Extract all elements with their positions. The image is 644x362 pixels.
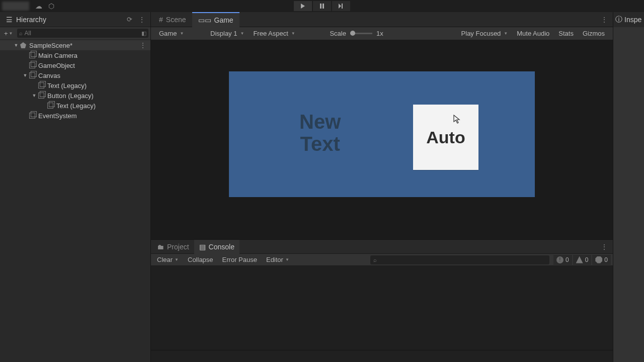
- tree-item-main-camera[interactable]: Main Camera: [0, 50, 150, 60]
- playback-controls: [294, 0, 350, 12]
- svg-rect-4: [342, 4, 343, 9]
- play-focused-dropdown[interactable]: Play Focused ▼: [457, 28, 512, 39]
- unity-scene-icon: [19, 41, 27, 49]
- console-icon: ▤: [199, 243, 206, 251]
- console-toolbar: Clear ▼ Collapse Error Pause Editor ▼ ⌕ …: [151, 254, 613, 266]
- gameobject-icon: [37, 92, 45, 100]
- error-pause-toggle[interactable]: Error Pause: [218, 255, 261, 265]
- display-dropdown[interactable]: Display 1 ▼: [206, 28, 248, 39]
- lock-icon[interactable]: ⟳: [127, 16, 132, 24]
- tree-item-eventsystem[interactable]: EventSystem: [0, 111, 150, 121]
- collapse-toggle[interactable]: Collapse: [184, 255, 217, 265]
- expand-arrow-icon[interactable]: ▼: [13, 43, 19, 48]
- panel-menu-icon[interactable]: ⋮: [599, 16, 610, 24]
- search-icon: ⌕: [19, 30, 23, 36]
- aspect-dropdown[interactable]: Free Aspect ▼: [249, 28, 325, 39]
- chevron-down-icon: ▼: [180, 31, 184, 36]
- game-tab[interactable]: ▭▭ Game: [192, 12, 239, 27]
- status-bar: [151, 350, 613, 362]
- create-button[interactable]: + ▼: [2, 30, 15, 37]
- warning-count[interactable]: 0: [573, 255, 592, 265]
- gameobject-icon: [28, 51, 36, 59]
- step-button[interactable]: [332, 1, 350, 11]
- info-icon: ⓘ: [615, 15, 622, 24]
- ui-button[interactable]: Auto: [413, 105, 478, 170]
- chevron-down-icon: ▼: [9, 31, 13, 36]
- error-icon: [595, 256, 602, 263]
- hierarchy-icon: ☰: [6, 16, 13, 24]
- chevron-down-icon: ▼: [285, 257, 289, 262]
- game-mode-dropdown[interactable]: Game ▼: [155, 28, 205, 39]
- clear-button[interactable]: Clear ▼: [153, 255, 183, 265]
- scene-root[interactable]: ▼ SampleScene* ⋮: [0, 40, 150, 50]
- tree-item-gameobject[interactable]: GameObject: [0, 60, 150, 70]
- inspector-tab[interactable]: ⓘ Inspe: [615, 15, 641, 24]
- titlebar-menu-blur: [2, 2, 29, 11]
- gameobject-icon: [46, 102, 54, 110]
- editor-dropdown[interactable]: Editor ▼: [262, 255, 293, 265]
- search-icon: ⌕: [373, 257, 377, 263]
- folder-icon: 🖿: [157, 243, 164, 251]
- chevron-down-icon: ▼: [175, 257, 179, 262]
- info-icon: !: [556, 256, 564, 263]
- svg-marker-0: [301, 4, 305, 9]
- hierarchy-title: Hierarchy: [16, 16, 46, 24]
- package-icon[interactable]: ⬡: [48, 2, 54, 10]
- search-expand-icon[interactable]: ◧: [141, 30, 146, 37]
- ui-text-label: New Text: [299, 111, 341, 155]
- cloud-icon[interactable]: ☁: [35, 2, 42, 10]
- console-tab[interactable]: ▤ Console: [194, 240, 239, 254]
- scene-menu-icon[interactable]: ⋮: [139, 41, 146, 49]
- console-search[interactable]: ⌕: [370, 255, 549, 264]
- expand-arrow-icon[interactable]: ▼: [31, 93, 37, 98]
- search-input[interactable]: [25, 30, 139, 37]
- scene-tab[interactable]: # Scene: [153, 12, 192, 27]
- game-icon: ▭▭: [198, 16, 211, 24]
- error-count[interactable]: 0: [592, 255, 611, 265]
- scale-slider[interactable]: [350, 33, 372, 34]
- gameobject-icon: [28, 112, 36, 120]
- gameobject-icon: [28, 71, 36, 79]
- chevron-down-icon: ▼: [240, 31, 244, 36]
- game-view[interactable]: New Text Auto: [151, 40, 613, 239]
- mute-audio-toggle[interactable]: Mute Audio: [513, 30, 553, 37]
- tree-item-canvas[interactable]: ▼ Canvas: [0, 70, 150, 80]
- gameobject-icon: [28, 61, 36, 69]
- titlebar: ☁ ⬡: [0, 0, 644, 12]
- gameobject-icon: [37, 81, 45, 89]
- stats-toggle[interactable]: Stats: [554, 30, 578, 37]
- scene-icon: #: [159, 16, 163, 24]
- tree-item-text-legacy[interactable]: Text (Legacy): [0, 80, 150, 90]
- scale-label: Scale: [330, 30, 346, 37]
- tree-item-button-text[interactable]: Text (Legacy): [0, 101, 150, 111]
- svg-rect-1: [320, 4, 321, 9]
- hierarchy-tree: ▼ SampleScene* ⋮ Main Camera GameObject …: [0, 39, 150, 362]
- panel-menu-icon[interactable]: ⋮: [599, 243, 610, 251]
- pause-button[interactable]: [313, 1, 331, 11]
- play-button[interactable]: [294, 1, 312, 11]
- console-body[interactable]: [151, 266, 613, 350]
- expand-arrow-icon[interactable]: ▼: [22, 73, 28, 78]
- panel-menu-icon[interactable]: ⋮: [136, 16, 147, 24]
- warning-icon: [576, 256, 583, 263]
- svg-marker-3: [339, 4, 341, 9]
- hierarchy-search[interactable]: ⌕ ◧: [17, 29, 148, 38]
- game-toolbar: Game ▼ Display 1 ▼ Free Aspect ▼ Scale 1…: [151, 27, 613, 40]
- chevron-down-icon: ▼: [291, 31, 295, 36]
- project-tab[interactable]: 🖿 Project: [152, 240, 194, 254]
- svg-rect-2: [323, 4, 324, 9]
- info-count[interactable]: !0: [553, 255, 572, 265]
- scale-value: 1x: [376, 30, 383, 37]
- hierarchy-tab[interactable]: ☰ Hierarchy: [3, 16, 49, 24]
- canvas-preview: New Text Auto: [229, 71, 535, 197]
- gizmos-toggle[interactable]: Gizmos: [579, 30, 609, 37]
- chevron-down-icon: ▼: [504, 31, 508, 36]
- tree-item-button-legacy[interactable]: ▼ Button (Legacy): [0, 90, 150, 101]
